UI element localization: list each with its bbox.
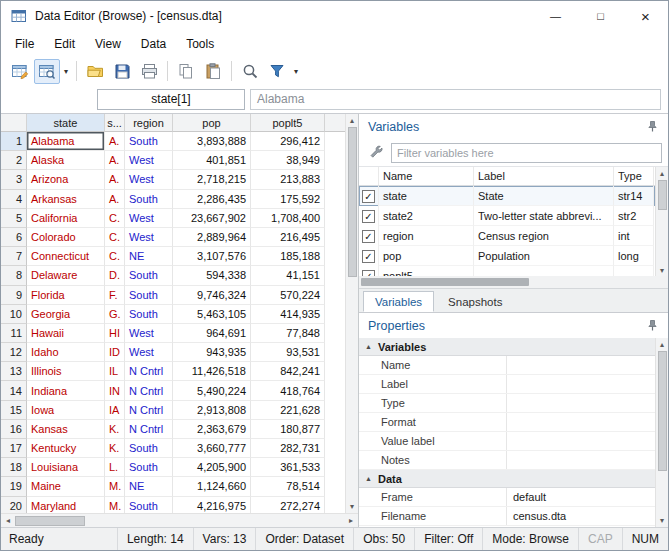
variables-horizontal-scrollbar[interactable] — [359, 276, 668, 288]
property-row[interactable]: Name — [359, 356, 655, 375]
cell[interactable]: 23,667,902 — [173, 209, 251, 228]
row-number[interactable]: 11 — [1, 324, 27, 343]
cell[interactable]: 594,338 — [173, 266, 251, 285]
cell[interactable]: West — [125, 209, 173, 228]
cell[interactable]: 282,731 — [251, 439, 325, 458]
cell[interactable]: 296,412 — [251, 132, 325, 151]
data-editor-browse-dropdown-chevron-icon[interactable]: ▾ — [61, 67, 71, 76]
cell[interactable]: IA — [105, 401, 125, 420]
filter-dropdown-chevron-icon[interactable]: ▾ — [291, 67, 301, 76]
cell[interactable]: 175,592 — [251, 190, 325, 209]
cell[interactable]: A. — [105, 190, 125, 209]
cell[interactable]: Maine — [27, 477, 105, 496]
filter-variables-input[interactable] — [391, 143, 662, 163]
variable-checkbox[interactable]: ✓ — [359, 226, 379, 246]
cell[interactable]: 93,531 — [251, 343, 325, 362]
tab-snapshots[interactable]: Snapshots — [436, 291, 514, 312]
print-icon[interactable] — [136, 59, 162, 84]
cell[interactable]: 5,463,105 — [173, 305, 251, 324]
menu-file[interactable]: File — [5, 34, 44, 54]
cell[interactable]: ID — [105, 343, 125, 362]
cell[interactable]: HI — [105, 324, 125, 343]
scrollbar-thumb[interactable] — [348, 127, 357, 277]
cell[interactable]: 2,718,215 — [173, 170, 251, 189]
cell[interactable]: 5,490,224 — [173, 381, 251, 400]
cell[interactable]: Delaware — [27, 266, 105, 285]
save-icon[interactable] — [109, 59, 135, 84]
find-icon[interactable] — [237, 59, 263, 84]
wrench-icon[interactable] — [365, 142, 387, 163]
cell[interactable]: South — [125, 190, 173, 209]
variable-row[interactable]: ✓state2Two-letter state abbrevi...str2 — [359, 206, 655, 226]
cell[interactable]: 4,205,900 — [173, 458, 251, 477]
grid-col-header-s[interactable]: s... — [105, 114, 125, 132]
cell[interactable]: West — [125, 170, 173, 189]
cell[interactable]: 964,691 — [173, 324, 251, 343]
cell[interactable]: South — [125, 266, 173, 285]
cell[interactable]: 213,883 — [251, 170, 325, 189]
grid-col-header-region[interactable]: region — [125, 114, 173, 132]
cell[interactable]: California — [27, 209, 105, 228]
cell[interactable]: A. — [105, 170, 125, 189]
cell[interactable]: C. — [105, 228, 125, 247]
cell[interactable]: 38,949 — [251, 151, 325, 170]
row-number[interactable]: 7 — [1, 247, 27, 266]
vars-col-header-label[interactable]: Label — [474, 167, 614, 185]
props-section-header[interactable]: ▲Data — [359, 470, 655, 488]
cell[interactable]: NE — [125, 247, 173, 266]
row-number[interactable]: 15 — [1, 401, 27, 420]
variable-row[interactable]: ✓regionCensus regionint — [359, 226, 655, 246]
maximize-button[interactable]: □ — [578, 1, 623, 31]
cell[interactable]: Alabama — [27, 132, 105, 151]
copy-icon[interactable] — [173, 59, 199, 84]
cell[interactable]: 4,216,975 — [173, 497, 251, 513]
row-number[interactable]: 12 — [1, 343, 27, 362]
cell[interactable]: C. — [105, 209, 125, 228]
scroll-up-arrow-icon[interactable]: ▴ — [656, 338, 668, 351]
close-button[interactable]: × — [623, 1, 668, 31]
cell[interactable]: West — [125, 324, 173, 343]
scroll-up-arrow-icon[interactable]: ▴ — [656, 167, 668, 180]
grid-col-header-state[interactable]: state — [27, 114, 105, 132]
cell[interactable]: N Cntrl — [125, 362, 173, 381]
row-number[interactable]: 9 — [1, 286, 27, 305]
cell[interactable]: Idaho — [27, 343, 105, 362]
cell[interactable]: 78,514 — [251, 477, 325, 496]
minimize-button[interactable]: — — [533, 1, 578, 31]
cell[interactable]: 401,851 — [173, 151, 251, 170]
scroll-down-arrow-icon[interactable]: ▾ — [656, 514, 668, 527]
row-number[interactable]: 18 — [1, 458, 27, 477]
cell[interactable]: Colorado — [27, 228, 105, 247]
cell[interactable]: 221,628 — [251, 401, 325, 420]
scrollbar-thumb[interactable] — [15, 516, 85, 526]
grid-col-header-poplt5[interactable]: poplt5 — [251, 114, 325, 132]
cell[interactable]: 361,533 — [251, 458, 325, 477]
scroll-right-arrow-icon[interactable]: ▸ — [344, 514, 358, 527]
cell[interactable]: 570,224 — [251, 286, 325, 305]
row-number[interactable]: 17 — [1, 439, 27, 458]
property-row[interactable]: Value label — [359, 432, 655, 451]
paste-icon[interactable] — [200, 59, 226, 84]
cell[interactable]: 2,913,808 — [173, 401, 251, 420]
data-editor-browse-icon[interactable] — [34, 59, 60, 84]
cell[interactable]: 185,188 — [251, 247, 325, 266]
cell[interactable]: 11,426,518 — [173, 362, 251, 381]
scroll-down-arrow-icon[interactable]: ▾ — [656, 264, 668, 276]
cell[interactable]: K. — [105, 439, 125, 458]
cell[interactable]: South — [125, 497, 173, 513]
row-number[interactable]: 13 — [1, 362, 27, 381]
property-row[interactable]: Filenamecensus.dta — [359, 507, 655, 526]
cell[interactable]: Kentucky — [27, 439, 105, 458]
scrollbar-thumb[interactable] — [658, 351, 667, 471]
cell[interactable]: IN — [105, 381, 125, 400]
property-row[interactable]: Framedefault — [359, 488, 655, 507]
row-number[interactable]: 3 — [1, 170, 27, 189]
cell[interactable]: Illinois — [27, 362, 105, 381]
cell[interactable]: 2,889,964 — [173, 228, 251, 247]
variable-row[interactable]: ✓popPopulationlong — [359, 246, 655, 266]
cell[interactable]: Iowa — [27, 401, 105, 420]
cell[interactable]: 1,708,400 — [251, 209, 325, 228]
row-number[interactable]: 6 — [1, 228, 27, 247]
cell[interactable]: South — [125, 439, 173, 458]
cell[interactable]: Louisiana — [27, 458, 105, 477]
